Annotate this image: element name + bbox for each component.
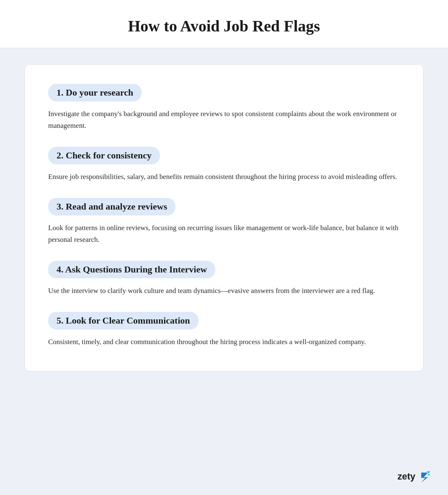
tip-item-5: 5. Look for Clear CommunicationConsisten… <box>48 312 400 348</box>
tip-description-4: Use the interview to clarify work cultur… <box>48 285 400 297</box>
tips-card: 1. Do your researchInvestigate the compa… <box>25 65 423 371</box>
zety-logo-icon <box>418 470 431 483</box>
page-title: How to Avoid Job Red Flags <box>8 17 440 35</box>
tip-heading-5: 5. Look for Clear Communication <box>57 315 190 326</box>
tip-heading-1: 1. Do your research <box>57 87 133 98</box>
zety-logo-text: zety <box>397 471 415 482</box>
tip-heading-badge-2: 2. Check for consistency <box>48 147 160 164</box>
tip-heading-badge-3: 3. Read and analyze reviews <box>48 198 175 215</box>
tip-heading-2: 2. Check for consistency <box>57 150 152 161</box>
main-content: 1. Do your researchInvestigate the compa… <box>0 48 448 388</box>
tip-heading-3: 3. Read and analyze reviews <box>57 201 167 212</box>
page-header: How to Avoid Job Red Flags <box>0 0 448 48</box>
tip-heading-badge-1: 1. Do your research <box>48 84 142 101</box>
tip-item-2: 2. Check for consistencyEnsure job respo… <box>48 147 400 183</box>
tip-description-2: Ensure job responsibilities, salary, and… <box>48 171 400 183</box>
tip-description-3: Look for patterns in online reviews, foc… <box>48 222 400 246</box>
tip-heading-badge-5: 5. Look for Clear Communication <box>48 312 198 329</box>
tip-heading-badge-4: 4. Ask Questions During the Interview <box>48 261 215 278</box>
tip-item-3: 3. Read and analyze reviewsLook for patt… <box>48 198 400 246</box>
tip-item-4: 4. Ask Questions During the InterviewUse… <box>48 261 400 297</box>
tip-heading-4: 4. Ask Questions During the Interview <box>57 264 207 275</box>
zety-logo: zety <box>397 470 431 483</box>
svg-marker-0 <box>421 472 428 482</box>
tip-item-1: 1. Do your researchInvestigate the compa… <box>48 84 400 132</box>
tip-description-1: Investigate the company's background and… <box>48 108 400 132</box>
tip-description-5: Consistent, timely, and clear communicat… <box>48 336 400 348</box>
